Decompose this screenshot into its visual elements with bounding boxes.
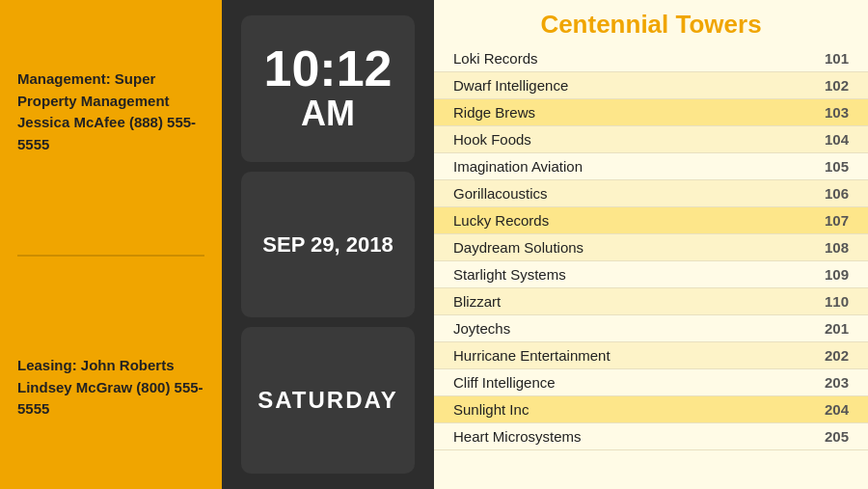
table-row: Lucky Records107 — [434, 207, 868, 234]
company-name: Dwarf Intelligence — [434, 72, 763, 99]
table-row: Cliff Intelligence203 — [434, 369, 868, 396]
suite-number: 102 — [763, 72, 868, 99]
day-block: SATURDAY — [241, 327, 415, 474]
table-row: Hurricane Entertainment202 — [434, 342, 868, 369]
table-row: Daydream Solutions108 — [434, 234, 868, 261]
table-row: Sunlight Inc204 — [434, 396, 868, 423]
clock-ampm: AM — [301, 94, 355, 134]
management-contact: Jessica McAfee (888) 555-5555 — [17, 114, 196, 152]
directory-table: Loki Records101Dwarf Intelligence102Ridg… — [434, 45, 868, 489]
suite-number: 201 — [763, 315, 868, 342]
leasing-label: Leasing: John Roberts — [17, 357, 175, 373]
company-name: Gorillacoustics — [434, 180, 763, 207]
management-label: Management: Super Property Management — [17, 70, 170, 109]
table-row: Ridge Brews103 — [434, 99, 868, 126]
clock-block: 10:12 AM — [241, 15, 415, 162]
suite-number: 101 — [763, 45, 868, 72]
company-name: Hook Foods — [434, 126, 763, 153]
suite-number: 110 — [763, 288, 868, 315]
table-row: Imagination Aviation105 — [434, 153, 868, 180]
table-row: Dwarf Intelligence102 — [434, 72, 868, 99]
date-block: SEP 29, 2018 — [241, 172, 415, 318]
table-row: Joytechs201 — [434, 315, 868, 342]
table-row: Blizzart110 — [434, 288, 868, 315]
suite-number: 105 — [763, 153, 868, 180]
suite-number: 204 — [763, 396, 868, 423]
suite-number: 202 — [763, 342, 868, 369]
table-row: Loki Records101 — [434, 45, 868, 72]
table-row: Gorillacoustics106 — [434, 180, 868, 207]
suite-number: 109 — [763, 261, 868, 288]
suite-number: 203 — [763, 369, 868, 396]
right-panel: Centennial Towers Loki Records101Dwarf I… — [434, 0, 868, 489]
directory-list: Loki Records101Dwarf Intelligence102Ridg… — [434, 45, 868, 450]
company-name: Heart Microsystems — [434, 423, 763, 450]
leasing-contact: Lindsey McGraw (800) 555-5555 — [17, 379, 203, 418]
table-row: Starlight Systems109 — [434, 261, 868, 288]
table-row: Heart Microsystems205 — [434, 423, 868, 450]
suite-number: 108 — [763, 234, 868, 261]
company-name: Ridge Brews — [434, 99, 763, 126]
company-name: Daydream Solutions — [434, 234, 763, 261]
suite-number: 106 — [763, 180, 868, 207]
company-name: Imagination Aviation — [434, 153, 763, 180]
management-info: Management: Super Property Management Je… — [17, 68, 204, 155]
left-panel: Management: Super Property Management Je… — [0, 0, 222, 489]
company-name: Blizzart — [434, 288, 763, 315]
date-text: SEP 29, 2018 — [262, 232, 393, 258]
middle-panel: 10:12 AM SEP 29, 2018 SATURDAY — [222, 0, 434, 489]
right-header: Centennial Towers — [434, 0, 868, 45]
company-name: Lucky Records — [434, 207, 763, 234]
divider — [17, 255, 204, 257]
suite-number: 104 — [763, 126, 868, 153]
company-name: Joytechs — [434, 315, 763, 342]
company-name: Starlight Systems — [434, 261, 763, 288]
suite-number: 205 — [763, 423, 868, 450]
leasing-info: Leasing: John Roberts Lindsey McGraw (80… — [17, 355, 204, 421]
company-name: Cliff Intelligence — [434, 369, 763, 396]
suite-number: 103 — [763, 99, 868, 126]
building-title: Centennial Towers — [453, 10, 849, 40]
table-row: Hook Foods104 — [434, 126, 868, 153]
company-name: Hurricane Entertainment — [434, 342, 763, 369]
day-text: SATURDAY — [258, 387, 397, 414]
clock-time: 10:12 — [264, 43, 393, 94]
company-name: Sunlight Inc — [434, 396, 763, 423]
company-name: Loki Records — [434, 45, 763, 72]
suite-number: 107 — [763, 207, 868, 234]
